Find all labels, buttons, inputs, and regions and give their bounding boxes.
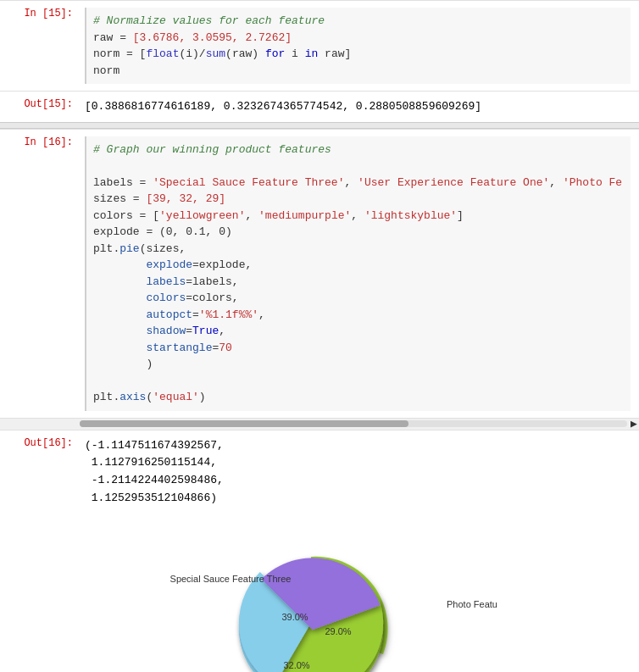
cell-in-15: In [15]: # Normalize values for each fea…	[0, 0, 639, 91]
cell-out-16: Out[16]: (-1.1147511674392567, 1.1127916…	[0, 430, 639, 514]
cell-out-15: Out[15]: [0.3886816774616189, 0.32326743…	[0, 91, 639, 122]
pct-photo-label: 29.0%	[325, 626, 351, 636]
scrollbar-end: ▶	[631, 417, 639, 430]
pie-chart: 39.0% 32.0% 29.0% Special Sauce Feature …	[142, 531, 497, 672]
pct-user-label: 32.0%	[283, 660, 309, 670]
label-photo: Photo Feature One	[447, 599, 497, 609]
notebook: In [15]: # Normalize values for each fea…	[0, 0, 639, 672]
cell-separator	[0, 122, 639, 129]
pct-sauce-label: 39.0%	[281, 612, 308, 622]
pie-chart-container: 39.0% 32.0% 29.0% Special Sauce Feature …	[142, 531, 497, 672]
code-area-15[interactable]: # Normalize values for each feature raw …	[85, 8, 631, 84]
cell-in-16: In [16]: # Graph our winning product fea…	[0, 129, 639, 418]
scrollbar-row[interactable]: ▶	[0, 418, 639, 430]
out-text-15: [0.3886816774616189, 0.3232674365774542,…	[85, 98, 631, 115]
prompt-in-15: In [15]:	[0, 1, 76, 91]
chart-section: 39.0% 32.0% 29.0% Special Sauce Feature …	[0, 514, 639, 672]
scrollbar-thumb[interactable]	[80, 420, 408, 427]
out-text-16: (-1.1147511674392567, 1.1127916250115144…	[85, 437, 631, 508]
cell-content-out-15: [0.3886816774616189, 0.3232674365774542,…	[76, 92, 639, 122]
scrollbar-track[interactable]	[80, 420, 627, 427]
cell-content-out-16: (-1.1147511674392567, 1.1127916250115144…	[76, 430, 639, 514]
cell-content-15: # Normalize values for each feature raw …	[76, 1, 639, 91]
prompt-out-16: Out[16]:	[0, 430, 76, 514]
cell-content-16: # Graph our winning product features lab…	[76, 130, 639, 418]
prompt-in-16: In [16]:	[0, 130, 76, 418]
code-area-16[interactable]: # Graph our winning product features lab…	[85, 136, 631, 411]
prompt-out-15: Out[15]:	[0, 92, 76, 122]
label-sauce: Special Sauce Feature Three	[170, 574, 292, 584]
